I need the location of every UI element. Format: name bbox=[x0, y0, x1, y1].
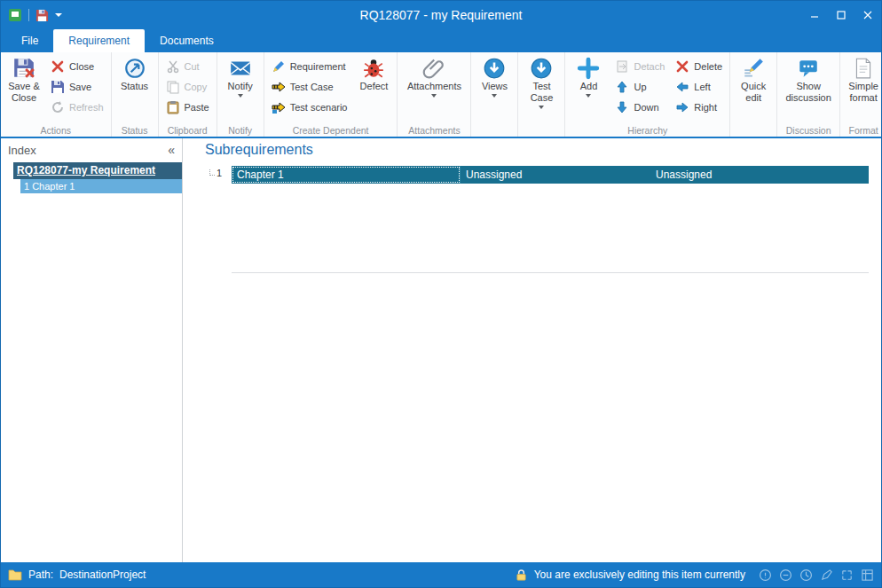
up-label: Up bbox=[634, 82, 646, 92]
path-label: Path: bbox=[28, 568, 53, 581]
collapse-panel-icon[interactable]: « bbox=[168, 143, 175, 157]
attachments-button[interactable]: Attachments bbox=[400, 55, 468, 122]
add-button[interactable]: Add bbox=[568, 55, 609, 122]
row-number-label: 1 bbox=[217, 168, 222, 178]
create-test-scenario-label: Test scenario bbox=[290, 102, 348, 113]
chevron-down-icon bbox=[586, 94, 591, 98]
attachments-label: Attachments bbox=[407, 81, 461, 92]
quick-edit-icon bbox=[742, 57, 765, 80]
right-icon bbox=[675, 100, 689, 114]
close-label: Close bbox=[69, 61, 94, 72]
up-button[interactable]: Up bbox=[610, 77, 669, 97]
refresh-label: Refresh bbox=[69, 102, 104, 113]
statusbar: Path: DestinationProject You are exclusi… bbox=[1, 562, 881, 587]
create-requirement-button[interactable]: Requirement bbox=[267, 57, 352, 76]
requirement-icon bbox=[272, 59, 286, 74]
defect-icon bbox=[362, 57, 385, 80]
statusbar-round-icon[interactable] bbox=[820, 568, 833, 582]
views-button[interactable]: Views bbox=[474, 55, 515, 122]
detach-button[interactable]: Detach bbox=[610, 57, 669, 76]
ribbon: Save & Close Close Save Refresh Actions bbox=[1, 52, 881, 138]
row-number: 1 bbox=[209, 168, 222, 178]
cell-name[interactable]: Chapter 1 bbox=[232, 166, 461, 184]
cut-label: Cut bbox=[185, 61, 200, 72]
cell-status[interactable]: Unassigned bbox=[650, 166, 869, 184]
group-label-clipboard: Clipboard bbox=[159, 125, 217, 136]
save-close-icon bbox=[12, 57, 35, 80]
views-label: Views bbox=[482, 81, 508, 92]
test-case-sphere-icon bbox=[530, 57, 553, 80]
copy-label: Copy bbox=[185, 82, 208, 92]
statusbar-round-icon[interactable] bbox=[799, 568, 813, 582]
tab-file[interactable]: File bbox=[6, 29, 53, 52]
test-case-button[interactable]: Test Case bbox=[521, 55, 562, 122]
ribbon-tabs: File Requirement Documents bbox=[1, 29, 881, 52]
create-test-case-button[interactable]: Test Case bbox=[267, 77, 352, 97]
save-close-button[interactable]: Save & Close bbox=[4, 55, 44, 122]
paste-label: Paste bbox=[185, 102, 209, 113]
group-label-attachments: Attachments bbox=[398, 125, 470, 136]
cut-button[interactable]: Cut bbox=[161, 57, 214, 76]
statusbar-round-icon[interactable] bbox=[759, 568, 772, 582]
down-button[interactable]: Down bbox=[610, 98, 669, 117]
create-requirement-label: Requirement bbox=[290, 61, 346, 72]
close-icon bbox=[51, 59, 65, 74]
chevron-down-icon bbox=[238, 94, 243, 98]
qat-separator bbox=[28, 9, 29, 21]
refresh-button[interactable]: Refresh bbox=[46, 98, 108, 117]
simple-format-icon bbox=[852, 57, 875, 80]
page-title: Subrequirements bbox=[205, 142, 313, 158]
group-label-notify: Notify bbox=[217, 125, 264, 136]
index-panel: Index « RQ128077-my Requirement 1 Chapte… bbox=[1, 138, 183, 562]
show-discussion-button[interactable]: Show discussion bbox=[780, 55, 837, 122]
quick-access-chevron-icon[interactable] bbox=[55, 13, 62, 17]
cell-owner[interactable]: Unassigned bbox=[461, 166, 650, 184]
quick-access-toolbar bbox=[1, 8, 62, 22]
quick-save-icon[interactable] bbox=[35, 9, 49, 22]
ribbon-group-views: Views bbox=[471, 52, 518, 137]
ribbon-group-format: Simple format Format bbox=[840, 52, 882, 137]
ribbon-group-quick-edit: Quick edit bbox=[730, 52, 777, 137]
tab-documents[interactable]: Documents bbox=[145, 29, 229, 52]
status-button[interactable]: Status bbox=[114, 55, 155, 122]
table-row[interactable]: Chapter 1 Unassigned Unassigned bbox=[232, 166, 869, 184]
simple-format-button[interactable]: Simple format bbox=[843, 55, 882, 122]
statusbar-round-icon[interactable] bbox=[861, 568, 874, 582]
app-icon[interactable] bbox=[8, 8, 22, 22]
ribbon-group-actions: Save & Close Close Save Refresh Actions bbox=[1, 52, 112, 137]
statusbar-right: You are exclusively editing this item cu… bbox=[515, 568, 874, 582]
notify-button[interactable]: Notify bbox=[220, 55, 261, 122]
save-button[interactable]: Save bbox=[46, 77, 108, 97]
tree-item-chapter-1[interactable]: 1 Chapter 1 bbox=[20, 179, 182, 193]
chevron-down-icon bbox=[539, 106, 544, 109]
statusbar-round-icon[interactable] bbox=[840, 568, 854, 582]
close-window-icon[interactable] bbox=[854, 1, 881, 29]
group-label-create-dependent: Create Dependent bbox=[264, 125, 398, 136]
left-button[interactable]: Left bbox=[671, 77, 727, 97]
window-controls bbox=[801, 1, 881, 29]
quick-edit-button[interactable]: Quick edit bbox=[733, 55, 774, 122]
paste-button[interactable]: Paste bbox=[161, 98, 214, 117]
create-dependent-column: Requirement Test Case Test scenario bbox=[267, 55, 352, 122]
delete-button[interactable]: Delete bbox=[671, 57, 727, 76]
right-button[interactable]: Right bbox=[671, 98, 727, 117]
create-test-scenario-button[interactable]: Test scenario bbox=[267, 98, 352, 117]
test-case-label: Test Case bbox=[524, 81, 559, 104]
test-case-icon bbox=[272, 80, 286, 94]
attachments-icon bbox=[422, 57, 445, 80]
statusbar-icons bbox=[759, 568, 874, 582]
defect-button[interactable]: Defect bbox=[353, 55, 394, 122]
right-label: Right bbox=[694, 102, 717, 113]
content-area: Index « RQ128077-my Requirement 1 Chapte… bbox=[1, 138, 881, 562]
views-icon bbox=[483, 57, 506, 80]
tab-requirement[interactable]: Requirement bbox=[53, 29, 145, 52]
status-icon bbox=[123, 57, 146, 80]
close-button[interactable]: Close bbox=[46, 57, 108, 76]
defect-label: Defect bbox=[360, 81, 389, 92]
tree-item-root[interactable]: RQ128077-my Requirement bbox=[13, 162, 182, 179]
path-value[interactable]: DestinationProject bbox=[59, 568, 146, 581]
maximize-icon[interactable] bbox=[828, 1, 854, 29]
minimize-icon[interactable] bbox=[801, 1, 828, 29]
statusbar-round-icon[interactable] bbox=[779, 568, 792, 582]
copy-button[interactable]: Copy bbox=[161, 77, 214, 97]
